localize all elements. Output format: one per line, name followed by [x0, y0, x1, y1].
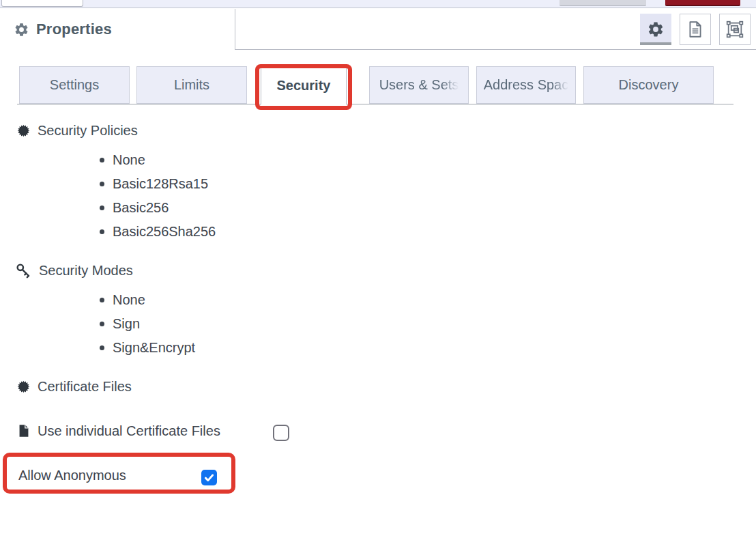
properties-panel: Properties Settings — [0, 0, 756, 538]
tab-label: Limits — [174, 77, 209, 93]
section-title: Certificate Files — [38, 379, 132, 395]
list-item: None — [100, 148, 216, 172]
document-icon — [686, 20, 705, 39]
frame-select-view-button[interactable] — [719, 14, 751, 45]
allow-anonymous-checkbox[interactable] — [201, 470, 217, 485]
top-strip — [0, 0, 756, 8]
panel-header: Properties — [0, 9, 756, 50]
tab-label: Discovery — [619, 77, 679, 93]
list-item: Basic128Rsa15 — [100, 172, 216, 196]
checkbox-label: Allow Anonymous — [18, 466, 126, 484]
tab-security[interactable]: Security — [261, 66, 347, 104]
properties-header-tab: Properties — [0, 9, 235, 50]
checkbox-label: Use individual Certificate Files — [38, 423, 220, 439]
checkmark-icon — [203, 471, 216, 484]
section-title: Security Modes — [39, 263, 133, 279]
document-view-button[interactable] — [680, 14, 711, 45]
page-title: Properties — [36, 20, 112, 38]
tab-label: Security — [277, 78, 331, 94]
key-icon — [15, 262, 32, 279]
security-modes-list: None Sign Sign&Encrypt — [100, 288, 195, 360]
use-individual-certificate-files-row: Use individual Certificate Files — [16, 421, 220, 440]
security-policies-list: None Basic128Rsa15 Basic256 Basic256Sha2… — [100, 148, 216, 244]
tab-users-settings[interactable]: Users & Sets — [369, 66, 469, 104]
list-item: Basic256Sha256 — [100, 220, 216, 244]
active-button-underline — [640, 42, 671, 45]
tab-address-space[interactable]: Address Spac — [476, 66, 576, 104]
list-item: Sign — [100, 312, 195, 336]
properties-view-button[interactable] — [640, 14, 671, 45]
certificate-seal-icon — [16, 380, 31, 394]
tab-bar: Settings Limits Security Users & Sets Ad… — [17, 66, 733, 104]
tab-label: Settings — [50, 77, 99, 93]
section-security-policies: Security Policies — [16, 122, 138, 139]
frame-select-icon — [725, 20, 744, 39]
cutoff-button-red[interactable] — [665, 0, 740, 6]
cutoff-button-left[interactable] — [1, 0, 83, 7]
section-certificate-files: Certificate Files — [16, 378, 132, 395]
cutoff-button-gray[interactable] — [559, 0, 646, 6]
use-individual-certificate-files-checkbox[interactable] — [273, 425, 289, 441]
gear-icon — [647, 20, 665, 38]
list-item: Basic256 — [100, 196, 216, 220]
section-title: Security Policies — [38, 123, 138, 139]
tab-label: Address Spac — [484, 77, 569, 93]
certificate-seal-icon — [16, 124, 31, 138]
list-item: Sign&Encrypt — [100, 336, 195, 360]
tab-limits[interactable]: Limits — [136, 66, 247, 104]
section-security-modes: Security Modes — [15, 261, 133, 279]
file-icon — [16, 423, 31, 438]
gear-icon — [14, 22, 29, 38]
list-item: None — [100, 288, 195, 312]
header-toolbar — [235, 9, 756, 50]
tab-label: Users & Sets — [379, 77, 459, 93]
tab-settings[interactable]: Settings — [19, 66, 130, 104]
tab-discovery[interactable]: Discovery — [583, 66, 714, 104]
